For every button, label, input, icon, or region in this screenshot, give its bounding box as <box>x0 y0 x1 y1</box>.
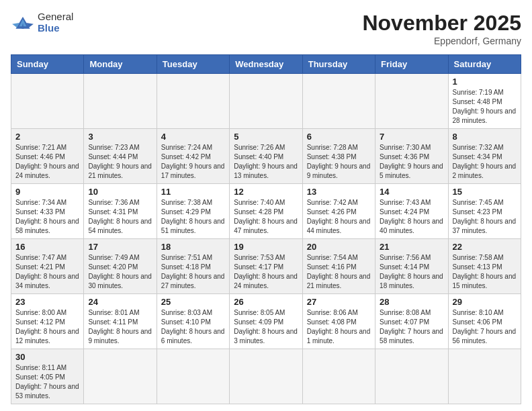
day-number: 23 <box>15 297 79 307</box>
calendar-cell: 10Sunrise: 7:36 AM Sunset: 4:31 PM Dayli… <box>84 184 157 239</box>
calendar-cell <box>157 74 229 129</box>
calendar-cell <box>302 349 375 404</box>
day-number: 14 <box>380 187 443 197</box>
day-info: Sunrise: 7:23 AM Sunset: 4:44 PM Dayligh… <box>88 143 152 181</box>
calendar-cell <box>157 349 229 404</box>
calendar-cell: 26Sunrise: 8:05 AM Sunset: 4:09 PM Dayli… <box>230 294 302 349</box>
day-number: 26 <box>234 297 298 307</box>
calendar-cell: 9Sunrise: 7:34 AM Sunset: 4:33 PM Daylig… <box>11 184 84 239</box>
calendar-cell <box>375 349 448 404</box>
calendar-cell: 11Sunrise: 7:38 AM Sunset: 4:29 PM Dayli… <box>157 184 229 239</box>
day-info: Sunrise: 7:28 AM Sunset: 4:38 PM Dayligh… <box>307 143 371 181</box>
day-number: 19 <box>234 242 298 252</box>
calendar-week-row: 30Sunrise: 8:11 AM Sunset: 4:05 PM Dayli… <box>11 349 521 404</box>
calendar-week-row: 2Sunrise: 7:21 AM Sunset: 4:46 PM Daylig… <box>11 129 521 184</box>
day-number: 8 <box>453 132 517 142</box>
day-number: 11 <box>161 187 225 197</box>
calendar-week-row: 16Sunrise: 7:47 AM Sunset: 4:21 PM Dayli… <box>11 239 521 294</box>
day-info: Sunrise: 7:45 AM Sunset: 4:23 PM Dayligh… <box>453 198 517 236</box>
calendar-cell: 16Sunrise: 7:47 AM Sunset: 4:21 PM Dayli… <box>11 239 84 294</box>
day-info: Sunrise: 7:24 AM Sunset: 4:42 PM Dayligh… <box>161 143 225 181</box>
calendar-cell: 13Sunrise: 7:42 AM Sunset: 4:26 PM Dayli… <box>302 184 375 239</box>
calendar-table: SundayMondayTuesdayWednesdayThursdayFrid… <box>11 54 521 404</box>
calendar-header-row: SundayMondayTuesdayWednesdayThursdayFrid… <box>11 55 521 74</box>
calendar-header-wednesday: Wednesday <box>230 55 302 74</box>
day-info: Sunrise: 7:36 AM Sunset: 4:31 PM Dayligh… <box>88 198 152 236</box>
day-number: 25 <box>161 297 225 307</box>
day-info: Sunrise: 7:21 AM Sunset: 4:46 PM Dayligh… <box>15 143 79 181</box>
calendar-cell: 18Sunrise: 7:51 AM Sunset: 4:18 PM Dayli… <box>157 239 229 294</box>
calendar-cell: 25Sunrise: 8:03 AM Sunset: 4:10 PM Dayli… <box>157 294 229 349</box>
day-number: 10 <box>88 187 152 197</box>
calendar-cell: 15Sunrise: 7:45 AM Sunset: 4:23 PM Dayli… <box>448 184 521 239</box>
calendar-cell: 7Sunrise: 7:30 AM Sunset: 4:36 PM Daylig… <box>375 129 448 184</box>
calendar-cell <box>84 74 157 129</box>
calendar-header-tuesday: Tuesday <box>157 55 229 74</box>
calendar-cell: 2Sunrise: 7:21 AM Sunset: 4:46 PM Daylig… <box>11 129 84 184</box>
day-number: 22 <box>453 242 517 252</box>
calendar-cell: 12Sunrise: 7:40 AM Sunset: 4:28 PM Dayli… <box>230 184 302 239</box>
month-title: November 2025 <box>362 11 521 36</box>
day-number: 1 <box>453 77 517 87</box>
calendar-cell: 27Sunrise: 8:06 AM Sunset: 4:08 PM Dayli… <box>302 294 375 349</box>
day-info: Sunrise: 7:32 AM Sunset: 4:34 PM Dayligh… <box>453 143 517 181</box>
day-info: Sunrise: 7:56 AM Sunset: 4:14 PM Dayligh… <box>380 253 443 291</box>
calendar-cell: 24Sunrise: 8:01 AM Sunset: 4:11 PM Dayli… <box>84 294 157 349</box>
page-header: General Blue November 2025 Eppendorf, Ge… <box>11 11 521 46</box>
day-number: 20 <box>307 242 371 252</box>
day-number: 7 <box>380 132 443 142</box>
day-info: Sunrise: 8:10 AM Sunset: 4:06 PM Dayligh… <box>453 308 517 346</box>
calendar-cell: 29Sunrise: 8:10 AM Sunset: 4:06 PM Dayli… <box>448 294 521 349</box>
day-info: Sunrise: 7:43 AM Sunset: 4:24 PM Dayligh… <box>380 198 443 236</box>
calendar-cell: 23Sunrise: 8:00 AM Sunset: 4:12 PM Dayli… <box>11 294 84 349</box>
day-info: Sunrise: 7:30 AM Sunset: 4:36 PM Dayligh… <box>380 143 443 181</box>
day-info: Sunrise: 7:38 AM Sunset: 4:29 PM Dayligh… <box>161 198 225 236</box>
day-number: 17 <box>88 242 152 252</box>
calendar-cell <box>84 349 157 404</box>
logo-icon <box>11 12 35 32</box>
calendar-cell: 22Sunrise: 7:58 AM Sunset: 4:13 PM Dayli… <box>448 239 521 294</box>
day-info: Sunrise: 8:00 AM Sunset: 4:12 PM Dayligh… <box>15 308 79 346</box>
calendar-header-thursday: Thursday <box>302 55 375 74</box>
calendar-cell <box>302 74 375 129</box>
day-info: Sunrise: 7:42 AM Sunset: 4:26 PM Dayligh… <box>307 198 371 236</box>
day-number: 15 <box>453 187 517 197</box>
day-info: Sunrise: 8:11 AM Sunset: 4:05 PM Dayligh… <box>15 363 79 401</box>
day-info: Sunrise: 7:58 AM Sunset: 4:13 PM Dayligh… <box>453 253 517 291</box>
calendar-header-sunday: Sunday <box>11 55 84 74</box>
calendar-cell: 5Sunrise: 7:26 AM Sunset: 4:40 PM Daylig… <box>230 129 302 184</box>
calendar-header-friday: Friday <box>375 55 448 74</box>
day-info: Sunrise: 7:26 AM Sunset: 4:40 PM Dayligh… <box>234 143 298 181</box>
day-number: 9 <box>15 187 79 197</box>
day-info: Sunrise: 7:47 AM Sunset: 4:21 PM Dayligh… <box>15 253 79 291</box>
day-info: Sunrise: 8:05 AM Sunset: 4:09 PM Dayligh… <box>234 308 298 346</box>
calendar-cell <box>230 349 302 404</box>
day-info: Sunrise: 7:19 AM Sunset: 4:48 PM Dayligh… <box>453 88 517 126</box>
day-number: 3 <box>88 132 152 142</box>
calendar-cell: 20Sunrise: 7:54 AM Sunset: 4:16 PM Dayli… <box>302 239 375 294</box>
day-number: 5 <box>234 132 298 142</box>
day-number: 13 <box>307 187 371 197</box>
day-info: Sunrise: 8:03 AM Sunset: 4:10 PM Dayligh… <box>161 308 225 346</box>
calendar-cell: 6Sunrise: 7:28 AM Sunset: 4:38 PM Daylig… <box>302 129 375 184</box>
day-info: Sunrise: 7:40 AM Sunset: 4:28 PM Dayligh… <box>234 198 298 236</box>
calendar-cell: 19Sunrise: 7:53 AM Sunset: 4:17 PM Dayli… <box>230 239 302 294</box>
calendar-week-row: 23Sunrise: 8:00 AM Sunset: 4:12 PM Dayli… <box>11 294 521 349</box>
location: Eppendorf, Germany <box>362 36 521 46</box>
day-number: 29 <box>453 297 517 307</box>
day-number: 18 <box>161 242 225 252</box>
calendar-cell <box>230 74 302 129</box>
day-info: Sunrise: 7:54 AM Sunset: 4:16 PM Dayligh… <box>307 253 371 291</box>
calendar-cell: 8Sunrise: 7:32 AM Sunset: 4:34 PM Daylig… <box>448 129 521 184</box>
logo: General Blue <box>11 11 73 34</box>
day-info: Sunrise: 7:53 AM Sunset: 4:17 PM Dayligh… <box>234 253 298 291</box>
day-number: 4 <box>161 132 225 142</box>
day-info: Sunrise: 7:51 AM Sunset: 4:18 PM Dayligh… <box>161 253 225 291</box>
calendar-cell <box>375 74 448 129</box>
calendar-cell: 21Sunrise: 7:56 AM Sunset: 4:14 PM Dayli… <box>375 239 448 294</box>
calendar-cell <box>11 74 84 129</box>
day-info: Sunrise: 8:08 AM Sunset: 4:07 PM Dayligh… <box>380 308 443 346</box>
calendar-cell: 1Sunrise: 7:19 AM Sunset: 4:48 PM Daylig… <box>448 74 521 129</box>
day-number: 27 <box>307 297 371 307</box>
day-info: Sunrise: 8:01 AM Sunset: 4:11 PM Dayligh… <box>88 308 152 346</box>
